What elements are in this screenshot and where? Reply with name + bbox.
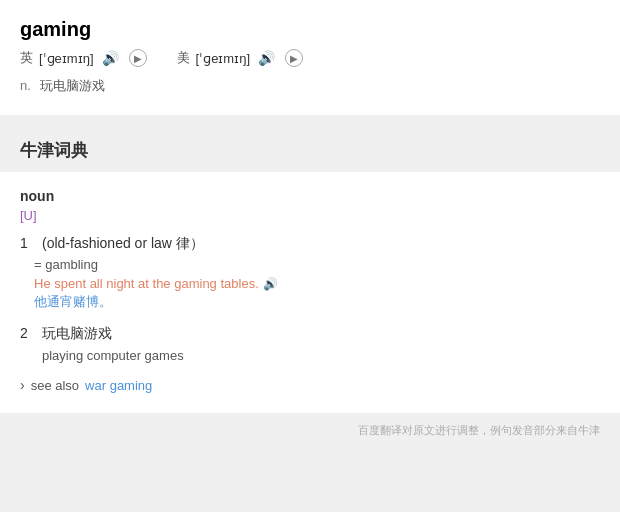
def-1-num: 1	[20, 235, 34, 251]
def-2-number-row: 2 玩电脑游戏	[20, 325, 600, 343]
footer-note: 百度翻译对原文进行调整，例句发音部分来自牛津	[0, 413, 620, 444]
def-1-number-row: 1 (old-fashioned or law 律）	[20, 235, 600, 253]
us-phonetic: [ˈɡeɪmɪŋ]	[196, 51, 251, 66]
uk-phonetic: [ˈɡeɪmɪŋ]	[39, 51, 94, 66]
oxford-section-header: 牛津词典	[0, 125, 620, 172]
def-2-num: 2	[20, 325, 34, 341]
oxford-pos: noun	[20, 188, 600, 204]
pos-row: n. 玩电脑游戏	[20, 77, 600, 95]
def-1-tag: (old-fashioned or law 律）	[42, 235, 600, 253]
us-audio-speaker-icon[interactable]: 🔊	[258, 50, 275, 66]
top-card: gaming 英 [ˈɡeɪmɪŋ] 🔊 ▶ 美 [ˈɡeɪmɪŋ] 🔊 ▶ n…	[0, 0, 620, 115]
oxford-uncountable: [U]	[20, 208, 600, 223]
see-also-arrow-icon: ›	[20, 377, 25, 393]
oxford-card: noun [U] 1 (old-fashioned or law 律） = ga…	[0, 172, 620, 413]
def-2-en-wrapper: playing computer games	[20, 347, 600, 363]
def-1-example-speaker-icon[interactable]: 🔊	[263, 277, 278, 291]
uk-label: 英	[20, 49, 33, 67]
see-also-link[interactable]: war gaming	[85, 378, 152, 393]
def-1-example-cn: 他通宵赌博。	[20, 293, 600, 311]
def-1-equals: = gambling	[20, 257, 600, 272]
definition-1: 1 (old-fashioned or law 律） = gambling He…	[20, 235, 600, 311]
see-also-row: › see also war gaming	[20, 377, 600, 393]
pronunciation-row: 英 [ˈɡeɪmɪŋ] 🔊 ▶ 美 [ˈɡeɪmɪŋ] 🔊 ▶	[20, 49, 600, 67]
def-2-cn: 玩电脑游戏	[42, 325, 600, 343]
definition-2: 2 玩电脑游戏 playing computer games	[20, 325, 600, 363]
us-audio-play-icon[interactable]: ▶	[285, 49, 303, 67]
word-translation-cn: 玩电脑游戏	[40, 78, 105, 93]
us-label: 美	[177, 49, 190, 67]
pos-label: n.	[20, 78, 31, 93]
def-2-en: playing computer games	[42, 348, 184, 363]
def-1-example-text: He spent all night at the gaming tables.	[34, 276, 259, 291]
uk-audio-speaker-icon[interactable]: 🔊	[102, 50, 119, 66]
see-also-label: see also	[31, 378, 79, 393]
word-title: gaming	[20, 18, 600, 41]
uk-audio-play-icon[interactable]: ▶	[129, 49, 147, 67]
section-title: 牛津词典	[20, 139, 600, 162]
def-1-example-en: He spent all night at the gaming tables.…	[20, 276, 600, 291]
